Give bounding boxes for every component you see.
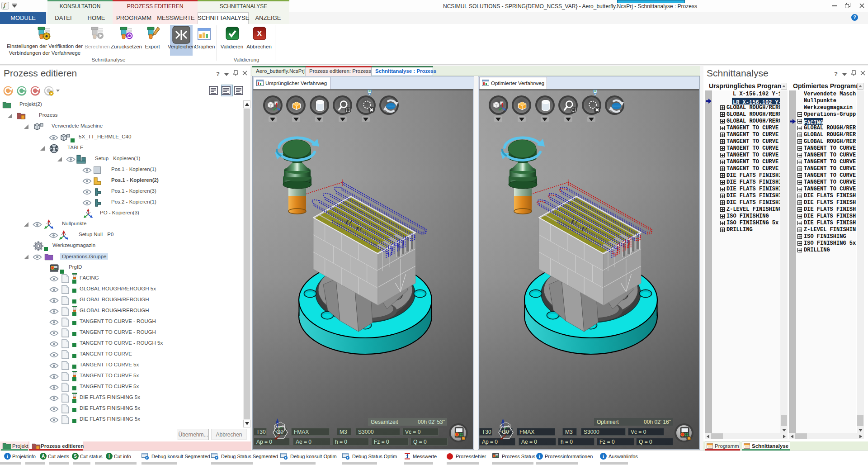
svg-text:X: X — [257, 29, 262, 38]
